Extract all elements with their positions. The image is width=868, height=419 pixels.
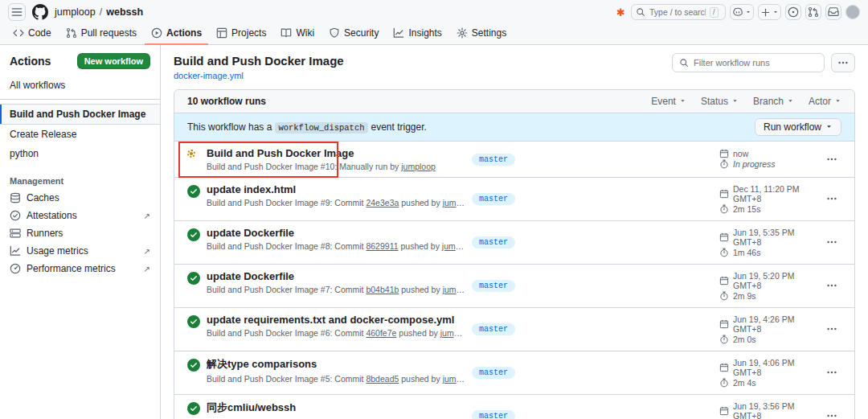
- sidebar-divider: [0, 99, 160, 100]
- shield-icon: [329, 27, 340, 39]
- run-menu-button[interactable]: [822, 367, 841, 378]
- run-workflow-button[interactable]: Run workflow: [755, 118, 841, 136]
- pull-requests-button[interactable]: [805, 4, 821, 20]
- branch-badge[interactable]: master: [472, 410, 515, 419]
- run-menu-button[interactable]: [822, 410, 841, 419]
- branch-badge[interactable]: master: [472, 236, 515, 249]
- run-menu-button[interactable]: [822, 236, 841, 248]
- run-menu-button[interactable]: [822, 154, 841, 165]
- workflow-runs-list: Build and Push Docker Image Build and Pu…: [174, 141, 854, 419]
- run-title-link[interactable]: update Dockerfile: [207, 270, 465, 282]
- branch-badge[interactable]: master: [472, 280, 515, 292]
- tab-insights[interactable]: Insights: [387, 24, 448, 45]
- sidebar-item-all-workflows[interactable]: All workflows: [0, 76, 160, 95]
- external-link-icon: ↗: [144, 247, 150, 256]
- run-menu-button[interactable]: [822, 280, 841, 291]
- new-workflow-button[interactable]: New workflow: [77, 53, 150, 69]
- filter-event-dropdown[interactable]: Event: [651, 96, 686, 107]
- filter-actor-dropdown[interactable]: Actor: [809, 96, 841, 107]
- success-status-icon: [187, 228, 200, 241]
- meter-icon: [10, 263, 21, 274]
- workflow-file-link[interactable]: docker-image.yml: [174, 71, 244, 80]
- tab-projects[interactable]: Projects: [210, 24, 272, 45]
- management-item-label: Attestations: [27, 210, 77, 221]
- sidebar-item-create-release[interactable]: Create Release: [0, 125, 160, 144]
- avatar[interactable]: [845, 5, 860, 19]
- workflow-run-row: update requirements.txt and docker-compo…: [174, 307, 854, 351]
- run-title-link[interactable]: Build and Push Docker Image: [207, 147, 465, 159]
- sidebar-item-runners[interactable]: Runners: [0, 224, 160, 242]
- three-bars-icon: [11, 6, 23, 18]
- triangle-down-icon: [825, 123, 833, 130]
- tab-code[interactable]: Code: [6, 24, 58, 45]
- run-description: Build and Push Docker Image #5: Commit 8…: [207, 374, 465, 384]
- commit-link[interactable]: 8629911: [366, 241, 398, 251]
- tab-actions[interactable]: Actions: [145, 24, 208, 45]
- actor-link[interactable]: jumploop: [440, 328, 465, 338]
- sidebar-item-attestations[interactable]: Attestations↗: [0, 207, 160, 224]
- sidebar-item-python[interactable]: python: [0, 144, 160, 163]
- calendar-icon: [719, 189, 729, 199]
- inbox-icon: [828, 6, 839, 18]
- commit-link[interactable]: 8bdead5: [366, 374, 399, 384]
- sidebar-item-usage-metrics[interactable]: Usage metrics↗: [0, 242, 160, 260]
- github-actions-page: jumploop / webssh ✱ / CodePull requestsA…: [0, 0, 868, 419]
- commit-link[interactable]: 24e3e3a: [366, 198, 399, 207]
- calendar-icon: [719, 149, 729, 158]
- gear-icon: [457, 27, 468, 39]
- run-title-link[interactable]: update Dockerfile: [207, 227, 465, 239]
- sidebar-item-performance-metrics[interactable]: Performance metrics↗: [0, 260, 160, 277]
- run-menu-button[interactable]: [822, 323, 841, 335]
- sparkle-icon: ✱: [616, 7, 625, 18]
- git-pull-request-icon: [808, 6, 819, 18]
- issues-button[interactable]: [785, 4, 801, 20]
- graph-icon: [10, 245, 21, 257]
- create-new-button[interactable]: [758, 4, 781, 20]
- calendar-icon: [719, 319, 729, 329]
- breadcrumb-owner[interactable]: jumploop: [55, 6, 96, 18]
- tab-pull-requests[interactable]: Pull requests: [59, 24, 143, 45]
- hamburger-menu-button[interactable]: [8, 3, 26, 21]
- run-menu-button[interactable]: [822, 193, 841, 204]
- filter-workflow-runs-box[interactable]: [672, 53, 825, 72]
- run-duration: In progress: [733, 159, 776, 169]
- commit-link[interactable]: b04b41b: [366, 285, 399, 294]
- success-status-icon: [187, 185, 200, 198]
- actor-link[interactable]: jumploop: [443, 374, 465, 384]
- branch-badge[interactable]: master: [472, 193, 515, 205]
- branch-badge[interactable]: master: [472, 323, 515, 335]
- breadcrumb-repo[interactable]: webssh: [106, 6, 143, 18]
- github-logo[interactable]: [32, 4, 48, 20]
- branch-badge[interactable]: master: [472, 154, 515, 166]
- actor-link[interactable]: jumploop: [443, 285, 465, 294]
- copilot-button[interactable]: [730, 4, 754, 20]
- search-icon: [679, 58, 689, 68]
- tab-label: Code: [28, 27, 51, 39]
- actor-link[interactable]: jumploop: [401, 162, 436, 171]
- global-search-input[interactable]: [649, 7, 706, 17]
- workflow-dispatch-code: workflow_dispatch: [275, 122, 367, 134]
- actor-link[interactable]: jumploop: [442, 241, 465, 251]
- filter-workflow-runs-input[interactable]: [694, 58, 817, 68]
- run-title-link[interactable]: 解决type comparisons: [207, 357, 465, 372]
- commit-link[interactable]: 460fe7e: [366, 328, 396, 338]
- workflow-runs-panel: 10 workflow runs EventStatusBranchActor …: [174, 89, 855, 419]
- workflow-more-options-button[interactable]: [831, 53, 855, 72]
- filter-branch-dropdown[interactable]: Branch: [753, 96, 794, 107]
- sidebar-item-caches[interactable]: Caches: [0, 189, 160, 207]
- global-header: jumploop / webssh ✱ /: [0, 0, 868, 24]
- tab-settings[interactable]: Settings: [450, 24, 513, 45]
- run-title-link[interactable]: update index.html: [207, 183, 465, 195]
- sidebar-item-build-and-push-docker-image[interactable]: Build and Push Docker Image: [0, 104, 160, 125]
- actor-link[interactable]: jumploop: [443, 198, 465, 207]
- run-title-link[interactable]: 同步cmliu/webssh: [207, 401, 465, 415]
- global-search-box[interactable]: /: [631, 4, 726, 20]
- tab-wiki[interactable]: Wiki: [274, 24, 321, 45]
- workflow-run-row: update Dockerfile Build and Push Docker …: [174, 220, 854, 264]
- success-status-icon: [187, 402, 200, 415]
- branch-badge[interactable]: master: [472, 367, 515, 379]
- run-title-link[interactable]: update requirements.txt and docker-compo…: [207, 314, 465, 326]
- tab-security[interactable]: Security: [322, 24, 385, 45]
- inbox-button[interactable]: [825, 4, 841, 20]
- filter-status-dropdown[interactable]: Status: [701, 96, 739, 107]
